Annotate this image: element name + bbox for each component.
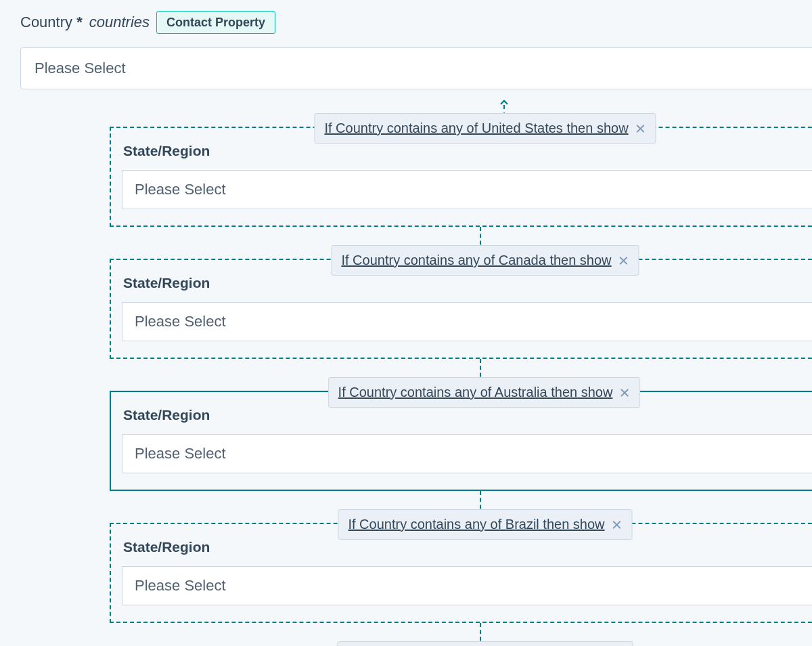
rule-text: If Country contains any of Brazil then s… <box>348 517 604 532</box>
dependent-label: State/Region <box>122 275 812 291</box>
dependent-select[interactable]: Please Select <box>122 302 812 341</box>
field-header: Country * countries Contact Property <box>20 11 812 34</box>
dependent-label: State/Region <box>122 407 812 423</box>
rule-pill[interactable]: If Country contains any of Canada then s… <box>331 245 639 276</box>
select-placeholder: Please Select <box>135 577 226 594</box>
dependent-field[interactable]: If Country contains any of Australia the… <box>110 391 812 491</box>
dependent-select[interactable]: Please Select <box>122 566 812 605</box>
select-placeholder: Please Select <box>35 60 126 77</box>
dependent-select[interactable]: Please Select <box>122 434 812 473</box>
contact-property-chip[interactable]: Contact Property <box>156 11 275 34</box>
rule-text: If Country contains any of Australia the… <box>338 385 613 400</box>
close-icon[interactable] <box>635 123 646 134</box>
dependent-fields: If Country contains any of United States… <box>20 127 812 646</box>
rule-pill[interactable]: If Country contains any of United States… <box>314 113 656 144</box>
field-label: Country * <box>20 14 83 31</box>
dependent-field[interactable]: If Country contains any of United States… <box>110 127 812 227</box>
dependent-field[interactable]: If Country contains any of Brazil then s… <box>110 523 812 623</box>
dependent-field[interactable]: If Country contains any of Canada then s… <box>110 259 812 359</box>
rule-text: If Country contains any of Canada then s… <box>341 253 611 268</box>
rule-text: If Country contains any of United States… <box>324 121 628 136</box>
rule-pill[interactable]: If Country contains any of Brazil then s… <box>338 509 632 540</box>
dependent-select[interactable]: Please Select <box>122 170 812 209</box>
field-internal-name: countries <box>89 14 150 31</box>
dependent-label: State/Region <box>122 143 812 159</box>
country-select[interactable]: Please Select <box>20 47 812 89</box>
select-placeholder: Please Select <box>135 181 226 198</box>
rule-pill[interactable]: If Country contains any of Australia the… <box>328 377 641 408</box>
rule-pill[interactable]: If Country contains any of China then sh… <box>337 641 633 646</box>
close-icon[interactable] <box>618 255 629 266</box>
select-placeholder: Please Select <box>135 313 226 330</box>
close-icon[interactable] <box>619 387 630 398</box>
select-placeholder: Please Select <box>135 445 226 462</box>
dependent-label: State/Region <box>122 539 812 555</box>
required-marker: * <box>76 14 83 30</box>
close-icon[interactable] <box>612 519 623 530</box>
